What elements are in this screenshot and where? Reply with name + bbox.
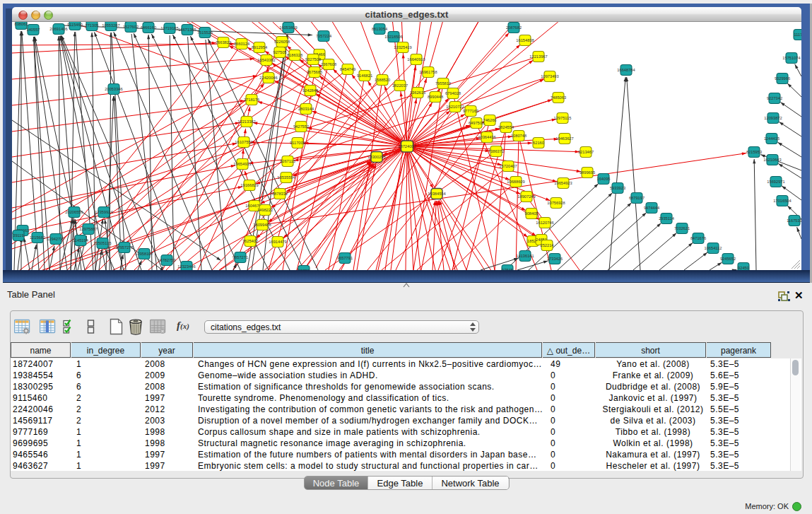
svg-text:10553287: 10553287 <box>102 23 119 28</box>
svg-text:252214: 252214 <box>541 243 554 247</box>
svg-text:9657791: 9657791 <box>337 256 353 260</box>
svg-text:16107552: 16107552 <box>235 140 252 144</box>
svg-text:9146821: 9146821 <box>357 74 372 78</box>
svg-text:12942717: 12942717 <box>47 237 64 241</box>
svg-text:15692971: 15692971 <box>767 180 784 184</box>
svg-text:3675685: 3675685 <box>307 70 322 74</box>
svg-text:39119: 39119 <box>13 233 23 238</box>
svg-text:10756928: 10756928 <box>547 201 565 205</box>
svg-text:19654933: 19654933 <box>233 162 251 166</box>
svg-text:9115460: 9115460 <box>67 23 83 27</box>
svg-text:6497508: 6497508 <box>469 121 484 125</box>
svg-text:8912954: 8912954 <box>252 45 267 49</box>
svg-text:927505: 927505 <box>273 50 287 54</box>
svg-text:7515526: 7515526 <box>197 30 213 35</box>
svg-text:22420046: 22420046 <box>259 76 277 80</box>
svg-text:10973493: 10973493 <box>541 74 558 78</box>
svg-text:1733426: 1733426 <box>547 257 563 261</box>
svg-text:1244415: 1244415 <box>764 136 779 141</box>
svg-text:2367608: 2367608 <box>321 62 336 66</box>
svg-text:3822037: 3822037 <box>392 83 408 88</box>
svg-text:1215682: 1215682 <box>30 235 45 240</box>
svg-text:10958107: 10958107 <box>135 252 153 256</box>
svg-text:7955812: 7955812 <box>435 81 451 86</box>
svg-text:9245652: 9245652 <box>720 257 736 261</box>
svg-text:16154838: 16154838 <box>516 38 534 42</box>
svg-text:12975887: 12975887 <box>79 227 97 231</box>
svg-text:3824554: 3824554 <box>498 125 514 129</box>
svg-text:2087682: 2087682 <box>506 25 522 30</box>
svg-text:16210722: 16210722 <box>446 105 464 109</box>
svg-text:16961758: 16961758 <box>419 70 437 74</box>
svg-text:8813054: 8813054 <box>372 27 387 31</box>
svg-text:16671385: 16671385 <box>178 28 196 32</box>
svg-text:8660124: 8660124 <box>234 42 249 46</box>
svg-text:9777169: 9777169 <box>463 109 478 113</box>
svg-text:20364436: 20364436 <box>478 135 495 139</box>
svg-text:6794028: 6794028 <box>445 91 461 95</box>
svg-text:9329966: 9329966 <box>775 76 790 81</box>
svg-text:16914479: 16914479 <box>269 240 286 244</box>
svg-text:92450: 92450 <box>738 266 749 270</box>
svg-text:17359924: 17359924 <box>95 210 112 214</box>
svg-text:19654923: 19654923 <box>554 181 572 185</box>
svg-text:8186328: 8186328 <box>287 53 302 57</box>
svg-text:9227342: 9227342 <box>767 96 782 100</box>
svg-text:7485063: 7485063 <box>551 95 566 100</box>
svg-text:16640910: 16640910 <box>407 57 425 62</box>
svg-text:12093872: 12093872 <box>764 116 782 120</box>
svg-text:20053346: 20053346 <box>105 87 122 91</box>
svg-text:19384554: 19384554 <box>428 192 445 196</box>
svg-text:2935114: 2935114 <box>659 216 674 221</box>
svg-text:7032621: 7032621 <box>674 226 690 230</box>
svg-text:1527602: 1527602 <box>123 25 139 29</box>
svg-text:18724007: 18724007 <box>398 144 416 148</box>
svg-text:8215953: 8215953 <box>746 150 762 154</box>
svg-text:16099488: 16099488 <box>253 223 271 227</box>
svg-text:9899695: 9899695 <box>579 170 595 175</box>
svg-text:8990448: 8990448 <box>428 95 443 99</box>
svg-text:10688609: 10688609 <box>507 180 524 184</box>
svg-text:11175: 11175 <box>794 33 801 37</box>
svg-text:9213467: 9213467 <box>578 150 594 154</box>
svg-text:2803144: 2803144 <box>298 107 314 111</box>
svg-text:12213382: 12213382 <box>237 119 255 124</box>
svg-text:8471676: 8471676 <box>690 236 706 240</box>
svg-text:7357224: 7357224 <box>316 34 331 38</box>
svg-text:140557: 140557 <box>27 28 40 32</box>
svg-text:18907249: 18907249 <box>517 194 535 199</box>
svg-text:9474444: 9474444 <box>644 206 659 210</box>
svg-text:16782759: 16782759 <box>158 258 175 262</box>
svg-text:1145194: 1145194 <box>73 238 88 243</box>
svg-text:8878332: 8878332 <box>272 192 288 196</box>
svg-text:20206556: 20206556 <box>65 210 83 214</box>
svg-text:12975115: 12975115 <box>554 116 572 120</box>
svg-text:10654112: 10654112 <box>705 246 722 250</box>
svg-text:1362615: 1362615 <box>410 90 425 95</box>
svg-text:19218506: 19218506 <box>384 35 402 39</box>
svg-text:16648784: 16648784 <box>617 68 635 72</box>
svg-text:7663822: 7663822 <box>216 40 231 45</box>
svg-text:18300295: 18300295 <box>367 155 385 159</box>
svg-text:12323446: 12323446 <box>177 264 195 269</box>
svg-text:13535594: 13535594 <box>277 175 295 180</box>
svg-text:15720407: 15720407 <box>499 164 517 168</box>
svg-text:164095: 164095 <box>597 177 611 181</box>
svg-text:12505135: 12505135 <box>93 241 111 245</box>
svg-text:95732: 95732 <box>298 269 310 270</box>
svg-text:6466160: 6466160 <box>141 25 156 30</box>
svg-text:17016504: 17016504 <box>773 199 791 203</box>
svg-text:7625402: 7625402 <box>242 239 258 243</box>
svg-text:746266: 746266 <box>483 118 497 122</box>
svg-text:16543362: 16543362 <box>257 58 275 62</box>
svg-text:9857271: 9857271 <box>233 255 248 259</box>
svg-text:13325419: 13325419 <box>394 45 411 49</box>
svg-text:14136141: 14136141 <box>516 254 534 258</box>
svg-text:9117006: 9117006 <box>290 141 305 145</box>
svg-text:9327508: 9327508 <box>305 57 321 62</box>
svg-text:9242848: 9242848 <box>302 88 318 93</box>
svg-text:62160: 62160 <box>533 141 544 145</box>
svg-text:12213967: 12213967 <box>529 54 547 59</box>
svg-text:5933923: 5933923 <box>610 186 625 190</box>
svg-text:1498222: 1498222 <box>257 208 273 212</box>
